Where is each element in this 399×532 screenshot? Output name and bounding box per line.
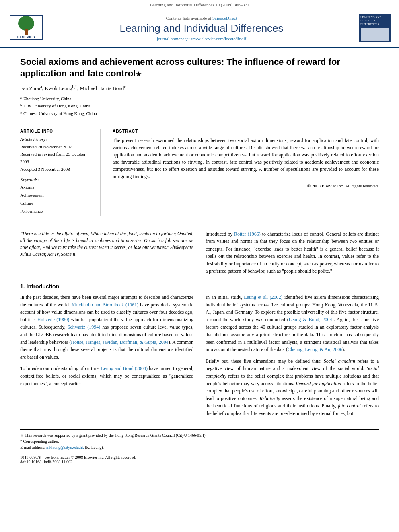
doi-line: doi:10.1016/j.lindif.2008.11.002 — [20, 460, 379, 464]
quote-section: "There is a tide in the affairs of men, … — [20, 230, 379, 279]
affiliations: a Zhejiang University, China b City Univ… — [20, 95, 379, 117]
footnote-corresponding: * Corresponding author. — [20, 438, 379, 444]
sup-a: a — [40, 84, 42, 88]
hofstede-ref: Hofstede (1980) — [37, 317, 70, 322]
intro-para-right-2: In an initial study, Leung et al. (2002)… — [206, 294, 379, 353]
article-title: Social axioms and achievement across cul… — [20, 56, 379, 79]
keyword-4: Performance — [20, 207, 92, 216]
intro-para-right-3: Briefly put, these five dimensions may b… — [206, 357, 379, 417]
keywords-list: Axioms Achievement Culture Performance — [20, 183, 92, 215]
journal-footer: 1041-6080/$ – see front matter © 2008 El… — [20, 455, 379, 464]
rotter-ref: Rotter (1966) — [234, 231, 261, 237]
author-3: Michael Harris Bondc — [80, 85, 125, 91]
affiliation-c: c Chinese University of Hong Kong, China — [20, 110, 379, 117]
article-info-panel: ARTICLE INFO Article history: Received 2… — [20, 129, 101, 216]
cheung-ref: Cheung, Leung, & Au, 2006 — [288, 347, 342, 352]
revised-date: Received in revised form 25 October 2008 — [20, 150, 92, 165]
keyword-2: Achievement — [20, 191, 92, 199]
cover-image: LEARNING AND INDIVIDUAL DIFFERENCES — [359, 14, 391, 42]
history-dates: Received 28 November 2007 Received in re… — [20, 143, 92, 173]
leung-bond-ref: Leung and Bond (2004) — [101, 366, 148, 371]
author-1: Fan Zhoua — [20, 85, 42, 91]
journal-name: Learning and Individual Differences — [48, 22, 355, 35]
authors-line: Fan Zhoua, Kwok Leungb,*, Michael Harris… — [20, 84, 379, 91]
main-content: Social axioms and achievement across cul… — [0, 48, 399, 472]
kluckhohn-ref: Kluckhohn and Strodtbeck (1961) — [72, 302, 138, 308]
journal-header: ELSEVIER Contents lists available at Sci… — [0, 9, 399, 48]
house-ref: House, Hanges, Javidan, Dorfman, & Gupta… — [71, 339, 168, 345]
journal-homepage: journal homepage: www.elsevier.com/locat… — [48, 36, 355, 41]
sup-b: b,* — [72, 84, 77, 88]
info-abstract-section: ARTICLE INFO Article history: Received 2… — [20, 124, 379, 216]
top-bar: Learning and Individual Differences 19 (… — [0, 0, 399, 9]
leung-et-al-ref: Leung et al. (2002) — [244, 294, 282, 300]
body-col-right: In an initial study, Leung et al. (2002)… — [206, 294, 379, 421]
journal-cover: LEARNING AND INDIVIDUAL DIFFERENCES — [359, 14, 391, 42]
homepage-url[interactable]: www.elsevier.com/locate/lindif — [191, 36, 246, 41]
abstract-label: ABSTRACT — [113, 129, 379, 134]
abstract-text: The present research examined the relati… — [113, 137, 379, 180]
svg-text:ELSEVIER: ELSEVIER — [17, 35, 35, 39]
body-two-col: In the past decades, there have been sev… — [20, 294, 379, 421]
accepted-date: Accepted 3 November 2008 — [20, 166, 92, 173]
footnote-email: E-mail address: mkleung@cityu.edu.hk (K.… — [20, 444, 379, 450]
quote-col-left: "There is a tide in the affairs of men, … — [20, 230, 193, 279]
body-col-left: In the past decades, there have been sev… — [20, 294, 193, 421]
author-2: Kwok Leungb,* — [45, 85, 77, 91]
keywords-label: Keywords: — [20, 177, 92, 182]
contents-line: Contents lists available at ScienceDirec… — [48, 16, 355, 21]
footnote-section: ☆ This research was supported by a grant… — [20, 429, 379, 450]
affiliation-a: a Zhejiang University, China — [20, 95, 379, 103]
article-info-label: ARTICLE INFO — [20, 129, 92, 134]
intro-heading: 1. Introduction — [20, 283, 379, 290]
cover-title-text: LEARNING AND INDIVIDUAL DIFFERENCES — [360, 16, 389, 26]
keyword-3: Culture — [20, 199, 92, 207]
quote-col-right: introduced by Rotter (1966) to character… — [206, 230, 379, 279]
issn-line: 1041-6080/$ – see front matter © 2008 El… — [20, 455, 379, 460]
sciencedirect-link[interactable]: ScienceDirect — [212, 16, 237, 21]
schwartz-ref: Schwartz (1994) — [68, 324, 101, 330]
keyword-1: Axioms — [20, 183, 92, 191]
svg-point-2 — [18, 16, 34, 31]
history-label: Article history: — [20, 137, 92, 142]
quote-text: "There is a tide in the affairs of men, … — [20, 230, 193, 258]
svg-rect-3 — [25, 29, 28, 35]
copyright-line: © 2008 Elsevier Inc. All rights reserved… — [113, 183, 379, 188]
star-footnote: ★ — [136, 71, 141, 78]
footnote-star: ☆ This research was supported by a grant… — [20, 432, 379, 438]
journal-citation: Learning and Individual Differences 19 (… — [150, 2, 249, 7]
affiliation-b: b City University of Hong Kong, China — [20, 102, 379, 110]
elsevier-logo: ELSEVIER — [8, 13, 44, 43]
cover-placeholder — [361, 28, 389, 41]
sup-c: c — [124, 84, 125, 88]
section-divider — [20, 224, 379, 224]
email-link[interactable]: mkleung@cityu.edu.hk — [46, 445, 84, 450]
journal-title-center: Contents lists available at ScienceDirec… — [48, 16, 355, 41]
intro-para-1: In the past decades, there have been sev… — [20, 294, 193, 361]
abstract-section: ABSTRACT The present research examined t… — [113, 129, 379, 216]
intro-para-2: To broaden our understanding of culture,… — [20, 365, 193, 387]
received-date: Received 28 November 2007 — [20, 143, 92, 151]
leung-bond-2004-ref: Leung & Bond, 2004 — [289, 317, 332, 322]
intro-para-right-1: introduced by Rotter (1966) to character… — [206, 230, 379, 275]
